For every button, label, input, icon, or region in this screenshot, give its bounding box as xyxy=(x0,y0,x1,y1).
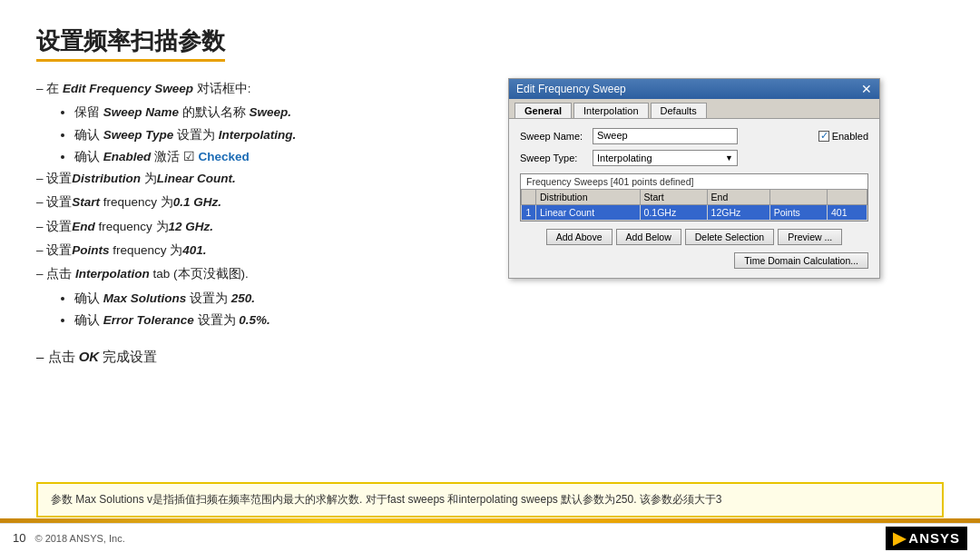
row-col5: 401 xyxy=(827,205,867,221)
dialog-tabs: General Interpolation Defaults xyxy=(509,99,879,119)
sub-bullet-1: 保留 Sweep Name 的默认名称 Sweep. xyxy=(74,102,481,123)
row-num: 1 xyxy=(522,205,536,221)
edit-frequency-sweep-dialog: Edit Frequency Sweep ✕ General Interpola… xyxy=(508,78,880,279)
sub-bullet-4: 确认 Max Solutions 设置为 250. xyxy=(74,288,481,310)
sweep-type-label: Sweep Type: xyxy=(520,153,593,163)
tab-general[interactable]: General xyxy=(514,103,572,118)
sub-bullet-2: 确认 Sweep Type 设置为 Interpolating. xyxy=(74,124,481,146)
dialog-action-buttons: Add Above Add Below Delete Selection Pre… xyxy=(520,229,868,245)
close-icon[interactable]: ✕ xyxy=(861,83,872,95)
ansys-logo-text: ANSYS xyxy=(908,530,960,546)
dialog-footer: Time Domain Calculation... xyxy=(520,252,868,269)
copyright-text: © 2018 ANSYS, Inc. xyxy=(34,533,124,544)
sweep-name-row: Sweep Name: Sweep Enabled xyxy=(520,128,868,144)
row-distribution: Linear Count xyxy=(536,205,641,221)
start-freq-item: – 设置Start frequency 为0.1 GHz. xyxy=(36,192,481,213)
sub-bullet-3: 确认 Enabled 激活 ☑ Checked xyxy=(74,146,481,168)
page-title: 设置频率扫描参数 xyxy=(36,25,225,62)
col-points-header xyxy=(769,190,827,205)
delete-selection-button[interactable]: Delete Selection xyxy=(685,229,774,245)
freq-sweeps-title: Frequency Sweeps [401 points defined] xyxy=(521,174,867,189)
intro-line: – 在 Edit Frequency Sweep 对话框中: xyxy=(36,78,481,100)
frequency-sweeps-group: Frequency Sweeps [401 points defined] Di… xyxy=(520,173,868,222)
time-domain-button[interactable]: Time Domain Calculation... xyxy=(734,252,868,269)
ansys-logo-arrow: ▶ xyxy=(893,528,906,548)
left-panel: – 在 Edit Frequency Sweep 对话框中: 保留 Sweep … xyxy=(36,78,481,370)
enabled-checkbox-row: Enabled xyxy=(818,131,868,142)
dist-item: – 设置Distribution 为Linear Count. xyxy=(36,168,481,190)
tab-interpolation[interactable]: Interpolation xyxy=(573,103,649,118)
freq-table: Distribution Start End 1 L xyxy=(521,189,867,221)
interp-item: – 点击 Interpolation tab (本页没截图). xyxy=(36,263,481,285)
page-number: 10 xyxy=(13,531,25,545)
dialog-title: Edit Frequency Sweep xyxy=(516,83,626,95)
end-freq-item: – 设置End frequency 为12 GHz. xyxy=(36,216,481,238)
row-start: 0.1GHz xyxy=(640,205,707,221)
note-text: 参数 Max Solutions v是指插值扫频在频率范围内最大的求解次数. 对… xyxy=(51,493,722,506)
note-box: 参数 Max Solutions v是指插值扫频在频率范围内最大的求解次数. 对… xyxy=(36,482,944,518)
ansys-logo: ▶ ANSYS xyxy=(886,527,967,550)
col-end-header: End xyxy=(707,190,769,205)
add-below-button[interactable]: Add Below xyxy=(616,229,681,245)
points-item: – 设置Points frequency 为401. xyxy=(36,240,481,261)
enabled-checkbox[interactable] xyxy=(818,131,829,142)
final-item: – 点击 OK 完成设置 xyxy=(36,344,481,369)
enabled-label: Enabled xyxy=(832,131,868,142)
col-count-header xyxy=(827,190,867,205)
sweep-name-input[interactable]: Sweep xyxy=(593,128,738,144)
right-panel: Edit Frequency Sweep ✕ General Interpola… xyxy=(508,78,898,279)
sweep-type-select[interactable]: Interpolating ▼ xyxy=(593,150,738,166)
tab-defaults[interactable]: Defaults xyxy=(651,103,707,118)
col-num-header xyxy=(522,190,536,205)
dialog-titlebar: Edit Frequency Sweep ✕ xyxy=(509,79,879,99)
footer: 10 © 2018 ANSYS, Inc. ▶ ANSYS xyxy=(0,523,980,552)
add-above-button[interactable]: Add Above xyxy=(546,229,612,245)
preview-button[interactable]: Preview ... xyxy=(778,229,842,245)
sweep-type-row: Sweep Type: Interpolating ▼ xyxy=(520,150,868,166)
sub-bullet-5: 确认 Error Tolerance 设置为 0.5%. xyxy=(74,310,481,331)
table-row[interactable]: 1 Linear Count 0.1GHz 12GHz Points 401 xyxy=(522,205,867,221)
row-col4: Points xyxy=(769,205,827,221)
footer-left: 10 © 2018 ANSYS, Inc. xyxy=(13,531,125,545)
sweep-name-label: Sweep Name: xyxy=(520,131,593,142)
row-end: 12GHz xyxy=(707,205,769,221)
col-distribution-header: Distribution xyxy=(536,190,641,205)
col-start-header: Start xyxy=(640,190,707,205)
dialog-body: Sweep Name: Sweep Enabled Sweep Type: xyxy=(509,119,879,278)
dropdown-arrow-icon: ▼ xyxy=(725,153,733,163)
